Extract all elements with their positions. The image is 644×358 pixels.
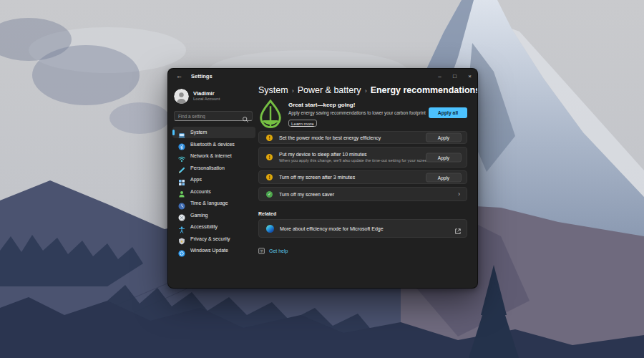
- hero-title: Great start—keep going!: [288, 102, 429, 108]
- avatar-icon: [174, 89, 189, 104]
- sidebar-item-personalisation[interactable]: Personalisation: [172, 163, 255, 174]
- check-icon: ✓: [266, 191, 273, 198]
- apply-button-screen-off[interactable]: Apply: [426, 173, 462, 182]
- system-icon: [178, 129, 185, 136]
- sidebar: Vladimir Local Account System Blu: [168, 83, 258, 288]
- sidebar-item-label: Gaming: [190, 213, 208, 218]
- recommendation-screen-saver[interactable]: ✓ Turn off my screen saver ›: [258, 187, 467, 201]
- sidebar-item-gaming[interactable]: Gaming: [172, 210, 255, 221]
- desktop: ← Settings – □ × Vladimir Local Account: [0, 0, 644, 358]
- hero-subtitle: Apply energy saving recommendations to l…: [288, 110, 429, 115]
- get-help[interactable]: ? Get help: [258, 248, 467, 254]
- selection-indicator: [172, 130, 175, 135]
- apply-all-button[interactable]: Apply all: [429, 107, 467, 118]
- related-edge-efficiency-link[interactable]: More about efficiency mode for Microsoft…: [258, 219, 467, 238]
- titlebar: ← Settings – □ ×: [168, 69, 477, 83]
- sidebar-item-time-language[interactable]: Time & language: [172, 198, 255, 209]
- sidebar-item-label: Personalisation: [190, 165, 225, 170]
- sidebar-item-label: Time & language: [190, 200, 228, 205]
- minimize-button[interactable]: –: [432, 69, 447, 83]
- sidebar-item-label: Apps: [190, 177, 202, 182]
- apply-button-sleep-timeout[interactable]: Apply: [426, 153, 462, 162]
- time-language-icon: [178, 200, 185, 207]
- account-type: Local Account: [193, 97, 220, 102]
- search-icon: [242, 113, 249, 120]
- sidebar-item-label: Privacy & security: [190, 236, 230, 241]
- leaf-icon: [259, 100, 282, 130]
- chevron-right-icon: ›: [458, 190, 462, 198]
- personalisation-icon: [178, 164, 185, 171]
- apps-icon: [178, 176, 185, 183]
- recommendation-screen-off: ! Turn off my screen after 3 minutes App…: [258, 170, 467, 184]
- sidebar-item-label: System: [190, 130, 207, 135]
- sidebar-nav: System Bluetooth & devices Network & int…: [172, 127, 258, 256]
- back-button[interactable]: ←: [176, 72, 182, 79]
- window-title: Settings: [191, 73, 213, 79]
- warning-icon: !: [266, 154, 273, 160]
- related-heading: Related: [258, 211, 467, 216]
- sidebar-item-label: Accessibility: [190, 224, 218, 229]
- breadcrumb-separator: ›: [292, 87, 294, 95]
- recommendation-sleep-timeout: ! Put my device to sleep after 10 minute…: [258, 147, 467, 168]
- sidebar-item-label: Accounts: [190, 189, 211, 194]
- sidebar-item-label: Network & internet: [190, 153, 232, 158]
- sidebar-item-label: Bluetooth & devices: [190, 142, 235, 147]
- breadcrumb: System › Power & battery › Energy recomm…: [258, 84, 467, 96]
- breadcrumb-system[interactable]: System: [258, 85, 288, 95]
- sidebar-item-apps[interactable]: Apps: [172, 174, 255, 185]
- external-link-icon: [454, 225, 462, 232]
- sidebar-item-system[interactable]: System: [172, 127, 255, 138]
- recommendation-title: Turn off my screen saver: [279, 192, 458, 197]
- user-account[interactable]: Vladimir Local Account: [172, 86, 258, 105]
- help-icon: ?: [258, 248, 265, 254]
- sidebar-item-accounts[interactable]: Accounts: [172, 186, 255, 198]
- windows-update-icon: [178, 247, 185, 254]
- accounts-icon: [178, 188, 185, 195]
- recommendation-power-mode: ! Set the power mode for best energy eff…: [258, 131, 467, 144]
- bluetooth-icon: [178, 140, 185, 147]
- window-controls: – □ ×: [432, 69, 477, 83]
- user-name: Vladimir: [193, 90, 220, 97]
- maximize-button[interactable]: □: [447, 69, 462, 83]
- network-icon: [178, 153, 185, 160]
- breadcrumb-power-battery[interactable]: Power & battery: [298, 85, 361, 95]
- sidebar-item-bluetooth-devices[interactable]: Bluetooth & devices: [172, 139, 255, 150]
- sidebar-item-accessibility[interactable]: Accessibility: [172, 221, 255, 233]
- content-pane: System › Power & battery › Energy recomm…: [258, 83, 467, 254]
- sidebar-item-label: Windows Update: [190, 248, 228, 253]
- search-input[interactable]: [175, 114, 240, 119]
- warning-icon: !: [266, 174, 273, 180]
- sidebar-item-windows-update[interactable]: Windows Update: [172, 245, 255, 256]
- breadcrumb-separator: ›: [365, 87, 367, 95]
- gaming-icon: [178, 211, 185, 218]
- close-button[interactable]: ×: [462, 69, 477, 83]
- get-help-link[interactable]: Get help: [269, 248, 288, 253]
- breadcrumb-current-page: Energy recommendations: [371, 85, 478, 95]
- edge-icon: [266, 225, 274, 233]
- related-item-label: More about efficiency mode for Microsoft…: [280, 226, 454, 231]
- privacy-security-icon: [178, 235, 185, 242]
- sidebar-item-network-internet[interactable]: Network & internet: [172, 150, 255, 162]
- warning-icon: !: [266, 135, 273, 141]
- apply-button-power-mode[interactable]: Apply: [426, 133, 462, 142]
- accessibility-icon: [178, 223, 185, 231]
- energy-hero-banner: Great start—keep going! Apply energy sav…: [258, 99, 467, 131]
- search-box: [174, 111, 253, 121]
- settings-window: ← Settings – □ × Vladimir Local Account: [167, 68, 478, 289]
- learn-more-link[interactable]: Learn more: [288, 120, 317, 127]
- sidebar-item-privacy-security[interactable]: Privacy & security: [172, 233, 255, 245]
